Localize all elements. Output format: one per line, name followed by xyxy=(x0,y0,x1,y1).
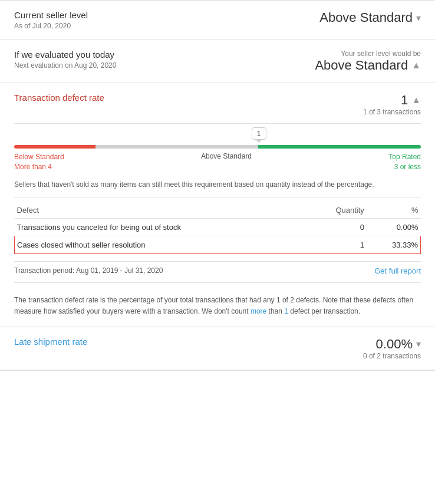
full-report-link[interactable]: Get full report xyxy=(374,266,421,275)
tdr-description: The transaction defect rate is the perce… xyxy=(14,295,421,317)
bar-label-below-standard: Below Standard More than 4 xyxy=(14,152,64,172)
tdr-header: Transaction defect rate 1 ▲ 1 of 3 trans… xyxy=(14,93,421,116)
bar-green xyxy=(258,145,421,149)
bar-gray xyxy=(95,145,258,149)
progress-container: 1 Below Standard More than 4 Above Stand… xyxy=(14,145,421,172)
defect-table: Defect Quantity % Transactions you cance… xyxy=(14,202,421,254)
th-quantity: Quantity xyxy=(309,202,367,219)
tdr-description-wrapper: The transaction defect rate is the perce… xyxy=(14,282,421,317)
bar-label-top-rated: Top Rated 3 or less xyxy=(388,152,421,172)
bottom-border xyxy=(0,370,435,371)
current-level-title: Current seller level xyxy=(14,10,88,20)
bar-labels: Below Standard More than 4 Above Standar… xyxy=(14,152,421,172)
th-percent: % xyxy=(367,202,421,219)
lsr-right: 0.00% ▾ 0 of 2 transactions xyxy=(363,337,421,360)
td-defect-2: Cases closed without seller resolution xyxy=(15,236,309,253)
period-text: Transaction period: Aug 01, 2019 - Jul 3… xyxy=(14,266,163,275)
current-level-value: Above Standard xyxy=(319,10,413,25)
evaluation-value: Above Standard xyxy=(315,58,408,73)
tdr-title: Transaction defect rate xyxy=(14,93,104,103)
tdr-count-block: 1 ▲ 1 of 3 transactions xyxy=(363,93,421,116)
progress-bar xyxy=(14,145,421,149)
evaluation-value-row: Above Standard ▲ xyxy=(315,58,421,73)
evaluation-next: Next evaluation on Aug 20, 2020 xyxy=(14,61,116,70)
td-defect-1: Transactions you canceled for being out … xyxy=(15,218,309,236)
evaluation-right: Your seller level would be Above Standar… xyxy=(315,50,421,73)
progress-bar-relative: 1 xyxy=(14,145,421,149)
bar-label-above-standard: Above Standard xyxy=(201,152,252,172)
lsr-chevron[interactable]: ▾ xyxy=(416,338,421,350)
period-row: Transaction period: Aug 01, 2019 - Jul 3… xyxy=(14,261,421,275)
td-quantity-2: 1 xyxy=(309,236,367,253)
th-defect: Defect xyxy=(15,202,309,219)
current-level-right: Above Standard ▾ xyxy=(319,10,421,25)
count-link: 1 xyxy=(284,307,288,315)
table-row: Transactions you canceled for being out … xyxy=(15,218,421,236)
evaluation-would-be-label: Your seller level would be xyxy=(341,50,421,58)
lsr-value-row: 0.00% ▾ xyxy=(376,337,421,352)
defect-table-wrapper: Defect Quantity % Transactions you cance… xyxy=(14,197,421,254)
lsr-value: 0.00% xyxy=(376,337,413,352)
current-level-value-row: Above Standard ▾ xyxy=(319,10,421,25)
bar-red xyxy=(14,145,95,149)
td-percent-1: 0.00% xyxy=(367,218,421,236)
evaluation-left: If we evaluated you today Next evaluatio… xyxy=(14,50,116,70)
current-level-chevron[interactable]: ▾ xyxy=(416,12,421,24)
tdr-count-sub: 1 of 3 transactions xyxy=(363,108,421,116)
current-level-left: Current seller level As of Jul 20, 2020 xyxy=(14,10,88,30)
td-percent-2: 33.33% xyxy=(367,236,421,253)
table-row-highlighted: Cases closed without seller resolution 1… xyxy=(15,236,421,253)
evaluation-title: If we evaluated you today xyxy=(14,50,116,60)
tdr-count-row: 1 ▲ xyxy=(363,93,421,108)
tdr-chevron[interactable]: ▲ xyxy=(411,95,421,106)
current-seller-level-section: Current seller level As of Jul 20, 2020 … xyxy=(0,0,435,40)
transaction-defect-rate-section: Transaction defect rate 1 ▲ 1 of 3 trans… xyxy=(0,83,435,327)
table-header-row: Defect Quantity % xyxy=(15,202,421,219)
tdr-note: Sellers that haven't sold as many items … xyxy=(14,179,421,190)
tdr-content: 1 Below Standard More than 4 Above Stand… xyxy=(14,123,421,317)
more-link[interactable]: more xyxy=(251,307,266,315)
current-level-date: As of Jul 20, 2020 xyxy=(14,22,88,30)
tdr-count-num: 1 xyxy=(401,93,408,108)
evaluation-chevron[interactable]: ▲ xyxy=(411,60,421,71)
indicator-bubble: 1 xyxy=(252,127,266,140)
lsr-title: Late shipment rate xyxy=(14,337,87,347)
evaluation-section: If we evaluated you today Next evaluatio… xyxy=(0,40,435,83)
lsr-sub: 0 of 2 transactions xyxy=(363,352,421,360)
lsr-row: Late shipment rate 0.00% ▾ 0 of 2 transa… xyxy=(14,337,421,360)
td-quantity-1: 0 xyxy=(309,218,367,236)
late-shipment-rate-section: Late shipment rate 0.00% ▾ 0 of 2 transa… xyxy=(0,327,435,370)
